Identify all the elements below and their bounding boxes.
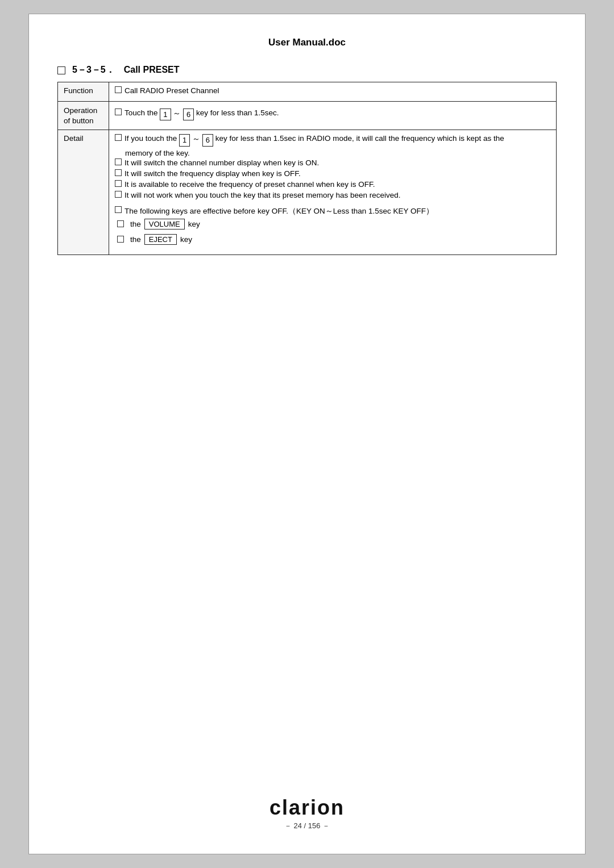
clarion-logo: clarion [269, 796, 345, 820]
table-row-detail: Detail If you touch the 1 ～ 6 key for le… [58, 130, 557, 255]
touch-suffix: key for less than 1.5sec. [194, 108, 279, 117]
detail-key2: 6 [202, 134, 213, 147]
volume-the-label: the [130, 220, 141, 228]
eject-key-label: EJECT [144, 234, 177, 245]
table-row-function: Function Call RADIO Preset Channel [58, 82, 557, 102]
volume-key-row: the VOLUME key [117, 219, 550, 229]
detail-checkbox-1 [115, 134, 122, 141]
operation-content: Touch the 1 ～ 6 key for less than 1.5sec… [109, 102, 557, 130]
detail-checkbox-3 [115, 169, 122, 176]
detail-text-5: It will not work when you touch the key … [125, 191, 550, 199]
detail-indent-line: memory of the key. [125, 149, 550, 157]
section-heading-text: 5－3－5． Call PRESET [72, 64, 180, 76]
function-line: Call RADIO Preset Channel [115, 86, 550, 95]
function-content: Call RADIO Preset Channel [109, 82, 557, 102]
volume-key-text: key [188, 220, 200, 228]
detail-line-1: If you touch the 1 ～ 6 key for less than… [115, 134, 550, 147]
function-text: Call RADIO Preset Channel [125, 86, 550, 95]
detail-block-2: The following keys are effective before … [115, 206, 550, 245]
detail-line-4: It is available to receive the frequency… [115, 180, 550, 189]
function-checkbox-icon [115, 86, 122, 93]
page-footer: clarion － 24 / 156 － [57, 779, 557, 831]
detail-text-3: It will switch the frequency display whe… [125, 169, 550, 178]
volume-key-label: VOLUME [144, 219, 185, 229]
table-row-operation: Operationof button Touch the 1 ～ 6 key f… [58, 102, 557, 130]
detail-line-2: It will switch the channel number displa… [115, 158, 550, 167]
detail-content: If you touch the 1 ～ 6 key for less than… [109, 130, 557, 255]
eject-the-label: the [130, 235, 141, 244]
section-heading: 5－3－5． Call PRESET [57, 64, 557, 76]
function-label: Function [58, 82, 109, 102]
detail-checkbox-4 [115, 180, 122, 187]
detail-line-3: It will switch the frequency display whe… [115, 169, 550, 178]
detail-checkbox-5 [115, 191, 122, 198]
operation-checkbox-icon [115, 108, 122, 115]
touch-prefix: Touch the [125, 108, 160, 117]
detail-text-2: It will switch the channel number displa… [125, 158, 550, 167]
page: User Manual.doc 5－3－5． Call PRESET Funct… [28, 14, 586, 854]
detail-text-6: The following keys are effective before … [125, 206, 550, 216]
eject-checkbox-icon [117, 236, 124, 243]
detail-text-suffix-1: key for less than 1.5sec in RADIO mode, … [213, 134, 504, 143]
detail-line-5: It will not work when you touch the key … [115, 191, 550, 199]
operation-line: Touch the 1 ～ 6 key for less than 1.5sec… [115, 108, 550, 121]
page-title: User Manual.doc [57, 37, 557, 48]
eject-key-row: the EJECT key [117, 234, 550, 245]
detail-line-6: The following keys are effective before … [115, 206, 550, 216]
detail-checkbox-6 [115, 206, 122, 213]
volume-checkbox-icon [117, 220, 124, 227]
page-number: － 24 / 156 － [284, 821, 330, 831]
detail-tilde: ～ [190, 134, 202, 144]
detail-text-prefix-1: If you touch the [125, 134, 179, 143]
detail-text-4: It is available to receive the frequency… [125, 180, 550, 189]
key2-box: 6 [183, 108, 194, 121]
detail-label: Detail [58, 130, 109, 255]
detail-indent-text: memory of the key. [125, 149, 190, 157]
operation-label: Operationof button [58, 102, 109, 130]
section-checkbox-icon [57, 66, 65, 74]
detail-key1: 1 [179, 134, 190, 147]
main-table: Function Call RADIO Preset Channel Opera… [57, 82, 557, 255]
eject-key-text: key [180, 235, 192, 244]
tilde-symbol: ～ [171, 108, 184, 119]
key1-box: 1 [160, 108, 171, 121]
detail-checkbox-2 [115, 158, 122, 165]
detail-block-1: If you touch the 1 ～ 6 key for less than… [115, 134, 550, 199]
